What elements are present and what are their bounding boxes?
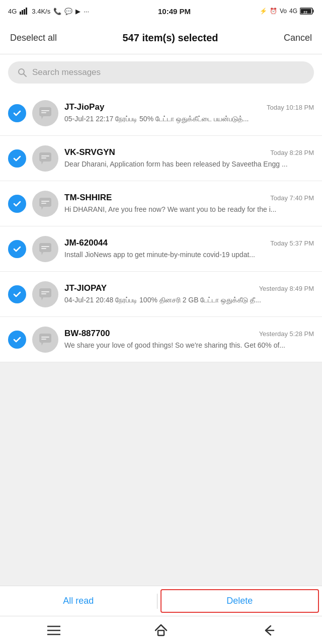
hamburger-icon [47,625,60,636]
message-bubble-icon [38,242,52,256]
svg-rect-33 [41,339,46,340]
alarm-icon: ⏰ [270,8,277,15]
message-time: Yesterday 5:28 PM [259,330,314,338]
back-icon [262,624,275,637]
svg-rect-5 [313,10,314,13]
list-item[interactable]: JM-620044 Today 5:37 PM Install JioNews … [0,226,322,272]
svg-marker-15 [41,162,43,165]
cancel-button[interactable]: Cancel [284,33,312,43]
list-item[interactable]: TM-SHHIRE Today 7:40 PM Hi DHARANI, Are … [0,181,322,226]
avatar [32,145,58,172]
action-bar: Deselect all 547 item(s) selected Cancel [0,22,322,54]
checkbox-selected[interactable] [8,195,26,213]
svg-rect-29 [41,293,46,294]
list-item[interactable]: BW-887700 Yesterday 5:28 PM We share you… [0,317,322,362]
message-bubble-icon [38,333,52,347]
avatar [32,236,58,262]
message-content: TM-SHHIRE Today 7:40 PM Hi DHARANI, Are … [64,193,314,215]
svg-rect-24 [41,246,49,247]
check-icon [12,335,22,345]
svg-rect-1 [22,10,23,15]
check-icon [12,108,22,118]
bluetooth-icon: ⚡ [260,8,267,15]
message-preview: 04-Jul-21 20:48 நேரப்படி 100% தினசரி 2 G… [64,295,314,305]
sender-name: BW-887700 [64,329,110,339]
svg-marker-27 [41,297,43,300]
svg-rect-16 [41,155,49,156]
battery-icon: 22 [300,8,314,15]
messages-list: JT-JioPay Today 10:18 PM 05-Jul-21 22:17… [0,91,322,586]
svg-marker-19 [41,207,43,210]
message-content: BW-887700 Yesterday 5:28 PM We share you… [64,329,314,351]
message-content: JT-JioPay Today 10:18 PM 05-Jul-21 22:17… [64,102,314,124]
network-indicator: 4G [8,8,17,15]
checkbox-selected[interactable] [8,285,26,303]
delete-button[interactable]: Delete [160,589,319,613]
status-time: 10:49 PM [158,7,191,16]
svg-rect-28 [41,291,49,292]
bottom-actions-bar: All read Delete [0,586,322,616]
message-preview: Install JioNews app to get minute-by-min… [64,250,314,260]
list-item[interactable]: VK-SRVGYN Today 8:28 PM Dear Dharani, Ap… [0,136,322,181]
svg-text:22: 22 [303,11,307,14]
svg-rect-30 [39,334,51,343]
svg-rect-37 [158,630,164,635]
avatar [32,281,58,307]
list-item[interactable]: JT-JIOPAY Yesterday 8:49 PM 04-Jul-21 20… [0,272,322,317]
svg-rect-17 [41,157,46,158]
svg-rect-21 [41,203,46,204]
svg-marker-11 [41,116,43,119]
menu-button[interactable] [44,620,64,640]
svg-rect-20 [41,201,49,202]
avatar [32,327,58,353]
svg-rect-13 [41,112,46,113]
message-time: Yesterday 8:49 PM [259,285,314,292]
media-icon: ▶ [75,8,80,15]
svg-marker-23 [41,252,43,255]
message-preview: We share your love of good things! So we… [64,341,314,351]
search-icon [17,67,27,77]
check-icon [12,153,22,164]
back-button[interactable] [258,620,278,640]
svg-marker-31 [41,343,43,346]
checkbox-selected[interactable] [8,240,26,258]
message-content: JM-620044 Today 5:37 PM Install JioNews … [64,238,314,260]
deselect-all-button[interactable]: Deselect all [10,33,57,43]
sender-name: JT-JIOPAY [64,283,107,293]
divider [157,594,157,609]
status-left: 4G 3.4K/s 📞 💬 ▶ ··· [8,8,89,15]
sender-name: JM-620044 [64,238,108,248]
speed-indicator: 3.4K/s [32,8,50,15]
call-icon: 📞 [53,8,61,15]
message-time: Today 10:18 PM [267,104,314,111]
sender-name: JT-JioPay [64,102,104,112]
svg-rect-32 [41,337,49,338]
checkbox-selected[interactable] [8,104,26,122]
all-read-button[interactable]: All read [0,586,157,616]
avatar [32,191,58,217]
svg-rect-25 [41,248,46,249]
search-input[interactable]: Search messages [32,67,305,77]
checkbox-selected[interactable] [8,331,26,349]
4g-indicator: 4G [289,8,297,15]
volte-indicator: Vo [280,8,287,15]
home-icon [154,624,168,637]
svg-rect-12 [41,110,49,111]
list-item[interactable]: JT-JioPay Today 10:18 PM 05-Jul-21 22:17… [0,91,322,136]
checkbox-selected[interactable] [8,149,26,168]
svg-rect-3 [26,8,27,15]
message-content: JT-JIOPAY Yesterday 8:49 PM 04-Jul-21 20… [64,283,314,305]
svg-rect-26 [39,288,51,297]
status-bar: 4G 3.4K/s 📞 💬 ▶ ··· 10:49 PM ⚡ ⏰ Vo 4G 2… [0,0,322,22]
signal-icon [20,8,29,15]
selected-count-label: 547 item(s) selected [122,32,218,44]
search-container: Search messages [0,54,322,91]
message-bubble-icon [38,106,52,120]
sender-name: VK-SRVGYN [64,147,115,157]
message-time: Today 7:40 PM [270,194,314,202]
home-button[interactable] [151,620,171,640]
search-bar[interactable]: Search messages [8,61,314,84]
message-time: Today 8:28 PM [270,149,314,156]
status-right: ⚡ ⏰ Vo 4G 22 [260,8,314,15]
check-icon [12,199,22,209]
